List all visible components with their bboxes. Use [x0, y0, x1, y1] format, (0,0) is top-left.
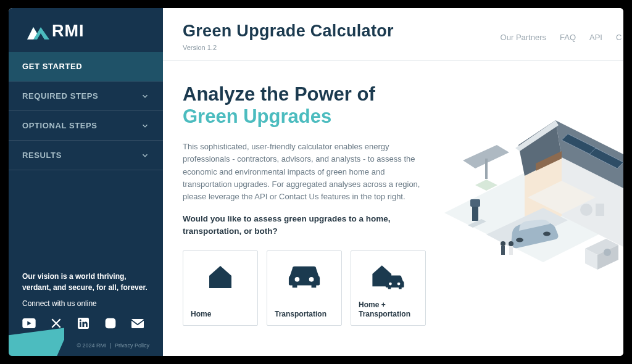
link-api[interactable]: API	[589, 33, 602, 42]
hero-prompt: Would you like to assess green upgrades …	[183, 213, 436, 237]
svg-point-11	[389, 283, 392, 286]
svg-rect-27	[596, 204, 604, 216]
email-icon[interactable]	[131, 316, 144, 330]
svg-point-12	[397, 283, 401, 286]
link-clipped[interactable]: C	[616, 33, 623, 42]
sidebar: RMI GET STARTED REQUIRED STEPS OPTIONAL …	[9, 8, 163, 356]
svg-rect-37	[509, 246, 513, 255]
copyright: © 2024 RMI	[77, 342, 106, 349]
nav-label: OPTIONAL STEPS	[22, 121, 98, 130]
option-row: Home Transportation	[183, 250, 436, 326]
headline-part2: Green Upgrades	[183, 105, 331, 127]
connect-text: Connect with us online	[22, 299, 149, 308]
svg-rect-8	[131, 319, 144, 328]
svg-rect-3	[80, 322, 81, 327]
title-block: Green Upgrade Calculator Version 1.2	[183, 22, 394, 51]
version-label: Version 1.2	[183, 44, 394, 51]
logo-area: RMI	[9, 8, 163, 52]
top-bar: Green Upgrade Calculator Version 1.2 Our…	[163, 8, 623, 61]
logo-text: RMI	[52, 22, 85, 41]
svg-point-36	[509, 241, 514, 246]
logo-mark-icon	[26, 22, 51, 41]
nav-results[interactable]: RESULTS	[9, 141, 163, 170]
nav-optional-steps[interactable]: OPTIONAL STEPS	[9, 111, 163, 141]
brand-logo[interactable]: RMI	[26, 22, 152, 41]
footer-line: © 2024 RMI | Privacy Policy	[22, 342, 149, 349]
hero-illustration	[442, 83, 623, 326]
svg-point-10	[309, 277, 314, 282]
nav-label: GET STARTED	[22, 62, 82, 71]
instagram-icon[interactable]	[104, 316, 117, 330]
linkedin-icon[interactable]	[77, 316, 90, 330]
option-transportation[interactable]: Transportation	[267, 250, 342, 326]
vision-statement: Our vision is a world thriving, verdant,…	[22, 271, 149, 293]
nav-label: REQUIRED STEPS	[22, 91, 98, 101]
svg-point-9	[295, 277, 300, 282]
hero-column: Analyze the Power of Green Upgrades This…	[183, 83, 436, 326]
option-home-transportation[interactable]: Home + Transportation	[351, 250, 426, 326]
top-links: Our Partners FAQ API C	[501, 22, 623, 42]
svg-point-32	[516, 238, 523, 242]
svg-point-34	[501, 241, 505, 246]
option-label: Home	[191, 310, 211, 319]
main-content: Green Upgrade Calculator Version 1.2 Our…	[163, 8, 623, 356]
nav-get-started[interactable]: GET STARTED	[9, 52, 163, 81]
nav-label: RESULTS	[22, 151, 62, 160]
link-our-partners[interactable]: Our Partners	[501, 33, 546, 42]
app-frame: RMI GET STARTED REQUIRED STEPS OPTIONAL …	[9, 8, 623, 356]
footer-separator: |	[108, 342, 113, 349]
option-label: Home + Transportation	[359, 300, 418, 319]
svg-point-7	[112, 320, 114, 321]
svg-rect-29	[470, 199, 480, 207]
svg-point-41	[604, 249, 611, 256]
headline-part1: Analyze the Power of	[183, 83, 375, 105]
car-icon	[275, 259, 334, 296]
privacy-link[interactable]: Privacy Policy	[115, 342, 149, 349]
chevron-down-icon	[141, 151, 149, 160]
decorative-accent	[9, 322, 64, 356]
chevron-down-icon	[141, 122, 149, 130]
option-home[interactable]: Home	[183, 250, 258, 326]
link-faq[interactable]: FAQ	[560, 33, 576, 42]
svg-point-33	[543, 232, 551, 236]
app-title: Green Upgrade Calculator	[183, 22, 394, 41]
chevron-down-icon	[141, 92, 149, 101]
hero-description: This sophisticated, user-friendly calcul…	[183, 141, 436, 203]
sidebar-footer: Our vision is a world thriving, verdant,…	[9, 271, 163, 356]
svg-point-4	[80, 319, 81, 321]
content-row: Analyze the Power of Green Upgrades This…	[163, 61, 623, 326]
home-icon	[191, 259, 250, 296]
page-headline: Analyze the Power of Green Upgrades	[183, 83, 436, 127]
home-car-icon	[359, 259, 418, 296]
option-label: Transportation	[275, 310, 326, 319]
svg-point-26	[580, 204, 592, 216]
nav-required-steps[interactable]: REQUIRED STEPS	[9, 81, 163, 111]
svg-rect-35	[501, 246, 505, 255]
svg-point-6	[109, 321, 112, 325]
